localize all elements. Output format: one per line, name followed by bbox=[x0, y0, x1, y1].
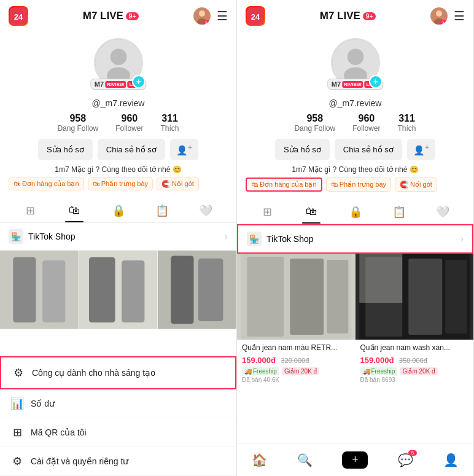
nav-profile[interactable]: 👤 bbox=[443, 453, 459, 467]
svg-text:24: 24 bbox=[14, 12, 23, 21]
profile-section-left: M7 RIVIEW LIVE + @_m7.review 958 Đang Fo… bbox=[0, 32, 236, 199]
search-nav-icon: 🔍 bbox=[297, 453, 313, 467]
logo-right: 24 bbox=[246, 6, 265, 26]
shop-icon-right: 🏪 bbox=[247, 232, 262, 246]
hamburger-left[interactable]: ☰ bbox=[217, 9, 228, 23]
svg-rect-32 bbox=[445, 260, 467, 334]
profile-nav-icon: 👤 bbox=[443, 453, 459, 467]
profile-section-right: M7 RIVIEW LIVE + @_m7.review 958 Đang Fo… bbox=[237, 32, 473, 200]
product-item-2 bbox=[79, 251, 158, 329]
stat-follower-label-right: Follower bbox=[352, 124, 380, 133]
tab-lock-left[interactable]: 🔒 bbox=[96, 199, 140, 222]
product-item-1 bbox=[0, 251, 79, 329]
tiktok-shop-label-left: 🏪 TikTok Shop bbox=[9, 229, 76, 244]
settings-icon: ⚙ bbox=[10, 455, 25, 468]
shop-tag-orders-left[interactable]: 🛍 Đơn hàng của bạn bbox=[9, 178, 84, 190]
stat-follow-num-left: 958 bbox=[69, 113, 86, 124]
shop-tag-follow-left[interactable]: 🧲 Nối gót bbox=[157, 178, 199, 190]
tab-clip-left[interactable]: 📋 bbox=[140, 199, 184, 222]
product-card-2-name: Quần jean nam wash xan... bbox=[360, 343, 469, 352]
home-icon: 🏠 bbox=[252, 453, 267, 467]
bio-right: 1m7 Mặc gì ? Cùng theo dõi tớ nhé 😊 bbox=[283, 165, 427, 174]
username-left: @_m7.review bbox=[92, 98, 145, 108]
header-right-panel: 24 M7 LIVE 9+ 24 ☰ bbox=[237, 0, 473, 32]
avatar-header-left[interactable]: 24 bbox=[193, 7, 211, 25]
stat-follower-left: 960 Follower bbox=[115, 113, 143, 133]
svg-rect-10 bbox=[42, 260, 65, 322]
tab-heart-right[interactable]: 🤍 bbox=[421, 200, 465, 224]
product-item-3 bbox=[158, 251, 236, 329]
tab-grid-right[interactable]: ⊞ bbox=[246, 200, 289, 224]
stats-row-left: 958 Đang Follow 960 Follower 311 Thích bbox=[57, 113, 179, 133]
add-user-btn-right[interactable]: 👤+ bbox=[407, 139, 435, 160]
qr-item[interactable]: ⊞ Mã QR của tôi bbox=[0, 418, 236, 447]
tab-clip-right[interactable]: 📋 bbox=[377, 200, 421, 224]
shop-tag-display-left[interactable]: 🛍 Phần trưng bày bbox=[88, 178, 153, 190]
tab-shop-right[interactable]: 🛍 bbox=[289, 200, 333, 224]
share-profile-btn-left[interactable]: Chia sẻ hồ sơ bbox=[98, 139, 165, 160]
bio-left: 1m7 Mặc gì ? Cùng theo dõi tớ nhé 😊 bbox=[46, 165, 190, 174]
bottom-nav-right: 🏠 🔍 + 💬 5 👤 bbox=[237, 443, 473, 476]
product-card-1[interactable]: Quần jean nam màu RETR... 159.000đ 320.0… bbox=[237, 254, 356, 387]
nav-home[interactable]: 🏠 bbox=[252, 453, 267, 467]
title-group-right: M7 LIVE 9+ bbox=[320, 10, 376, 22]
avatar-header-right[interactable]: 24 bbox=[430, 7, 448, 25]
stat-follower-num-left: 960 bbox=[121, 113, 138, 124]
settings-label: Cài đặt và quyền riêng tư bbox=[31, 456, 128, 466]
hamburger-right[interactable]: ☰ bbox=[454, 9, 465, 23]
header-badge-right: 9+ bbox=[363, 12, 376, 20]
tag-freeship-2: 🚚 Freeship bbox=[360, 367, 398, 375]
shop-tag-display-right[interactable]: 🛍 Phần trưng bày bbox=[326, 178, 391, 192]
tiktok-shop-text-left: TikTok Shop bbox=[28, 232, 76, 241]
plus-btn-left[interactable]: + bbox=[132, 75, 146, 88]
plus-btn-right[interactable]: + bbox=[369, 75, 383, 88]
tab-bar-right: ⊞ 🛍 🔒 📋 🤍 bbox=[237, 200, 473, 224]
add-user-btn-left[interactable]: 👤+ bbox=[170, 139, 198, 160]
svg-rect-26 bbox=[247, 257, 284, 337]
edit-profile-btn-left[interactable]: Sửa hồ sơ bbox=[38, 139, 93, 160]
tag-discount-2: Giảm 20K đ bbox=[400, 367, 437, 375]
tag-freeship-1: 🚚 Freeship bbox=[242, 367, 279, 375]
tab-bar-left: ⊞ 🛍 🔒 📋 🤍 bbox=[0, 199, 236, 223]
stat-like-label-left: Thích bbox=[161, 124, 179, 133]
nav-inbox[interactable]: 💬 5 bbox=[398, 453, 413, 467]
tab-wrapper-right: ⊞ 🛍 🔒 📋 🤍 bbox=[237, 200, 473, 224]
stat-like-num-left: 311 bbox=[161, 113, 178, 124]
shop-tag-follow-right[interactable]: 🧲 Nối gót bbox=[395, 178, 437, 192]
svg-rect-8 bbox=[0, 251, 79, 329]
tiktok-shop-row-left[interactable]: 🏪 TikTok Shop › bbox=[0, 223, 236, 251]
product-price-orig-1: 320.000đ bbox=[281, 357, 309, 364]
share-profile-btn-right[interactable]: Chia sẻ hồ sơ bbox=[335, 139, 402, 160]
balance-item[interactable]: 📊 Số dư bbox=[0, 389, 236, 418]
shop-icon-left: 🏪 bbox=[9, 229, 23, 244]
tiktok-shop-label-right: 🏪 TikTok Shop bbox=[247, 232, 314, 246]
tab-lock-right[interactable]: 🔒 bbox=[333, 200, 377, 224]
tab-grid-left[interactable]: ⊞ bbox=[9, 199, 52, 222]
avatar-wrapper-right: M7 RIVIEW LIVE + bbox=[331, 38, 380, 87]
stat-follow-label-left: Đang Follow bbox=[57, 124, 98, 133]
svg-rect-28 bbox=[327, 260, 348, 334]
header-left: 24 M7 LIVE 9+ 24 ☰ bbox=[0, 0, 236, 32]
tab-shop-left[interactable]: 🛍 bbox=[52, 199, 96, 222]
product-card-2[interactable]: Quần jean nam wash xan... 159.000đ 350.0… bbox=[356, 254, 474, 387]
balance-icon: 📊 bbox=[10, 397, 25, 410]
sold-text-1: Đã bán 40.6K bbox=[242, 377, 351, 383]
product-price-sale-1: 159.000đ bbox=[242, 356, 276, 365]
stat-like-left: 311 Thích bbox=[161, 113, 179, 133]
nav-create[interactable]: + bbox=[342, 451, 368, 469]
product-price-sale-2: 159.000đ bbox=[360, 356, 394, 365]
inbox-badge: 5 bbox=[408, 450, 417, 456]
tiktok-shop-row-right[interactable]: 🏪 TikTok Shop › bbox=[238, 225, 472, 252]
shop-tag-orders-right[interactable]: 🛍 Đơn hàng của bạn bbox=[246, 178, 322, 192]
edit-profile-btn-right[interactable]: Sửa hồ sơ bbox=[275, 139, 330, 160]
nav-search[interactable]: 🔍 bbox=[297, 453, 313, 467]
creator-tools-item[interactable]: ⚙ Công cụ dành cho nhà sáng tạo bbox=[0, 356, 236, 389]
settings-item[interactable]: ⚙ Cài đặt và quyền riêng tư bbox=[0, 447, 236, 476]
product-grid-left bbox=[0, 251, 236, 329]
tag-discount-1: Giảm 20K đ bbox=[282, 367, 319, 375]
svg-rect-9 bbox=[13, 257, 36, 322]
stat-follower-label-left: Follower bbox=[115, 124, 143, 133]
riview-label-left: RIVIEW bbox=[105, 81, 126, 88]
tab-heart-left[interactable]: 🤍 bbox=[184, 199, 228, 222]
logo-left: 24 bbox=[9, 6, 28, 26]
